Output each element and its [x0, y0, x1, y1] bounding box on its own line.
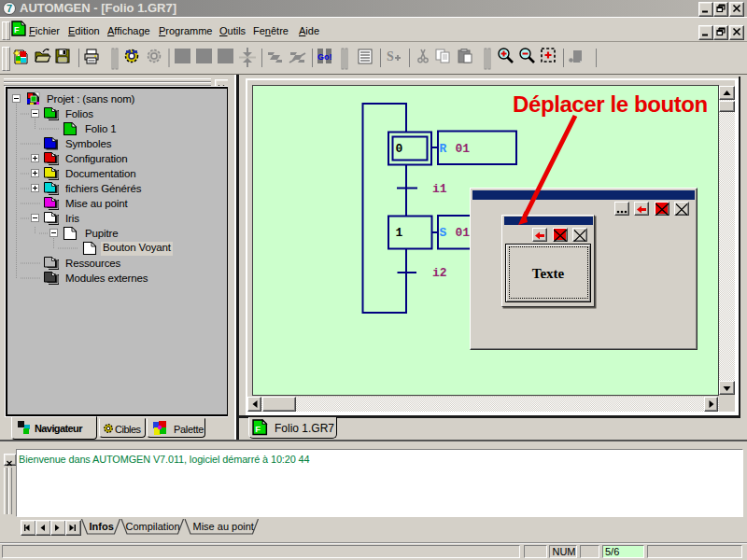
svg-text:Compilation: Compilation	[126, 521, 180, 532]
svg-text:1: 1	[396, 226, 403, 240]
svg-text:S: S	[440, 226, 447, 240]
svg-text:0: 0	[396, 142, 403, 156]
svg-text:i2: i2	[432, 266, 447, 280]
svg-text:Go!: Go!	[317, 52, 332, 62]
svg-text:01: 01	[456, 226, 471, 240]
svg-text:01: 01	[456, 142, 471, 156]
svg-text:R: R	[440, 142, 447, 156]
svg-text:F: F	[255, 424, 261, 434]
svg-text:Infos: Infos	[90, 521, 114, 532]
svg-text:S: S	[387, 49, 394, 63]
svg-text:Mise au point: Mise au point	[193, 521, 254, 532]
svg-text:i1: i1	[432, 182, 447, 196]
